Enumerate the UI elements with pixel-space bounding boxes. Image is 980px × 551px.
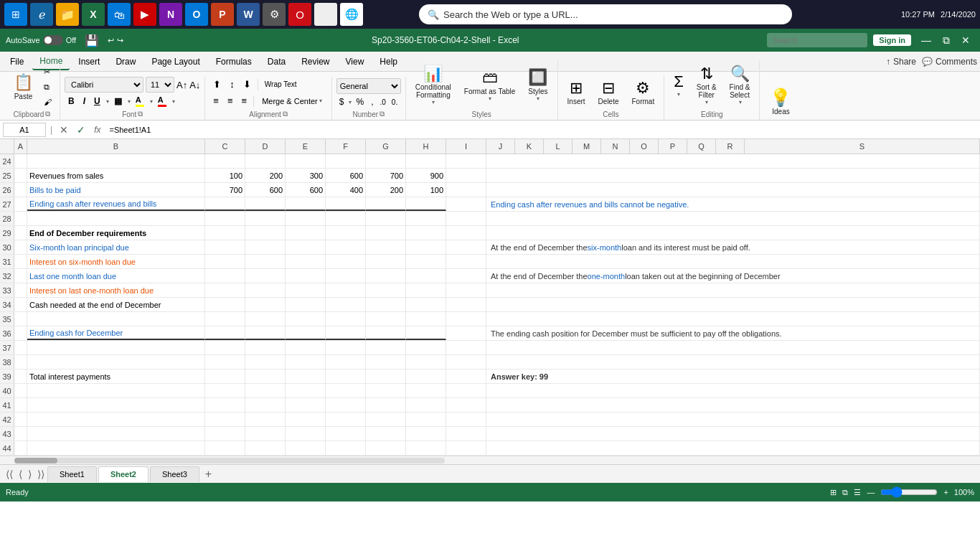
cell-a24[interactable] <box>14 154 27 168</box>
ribbon-search-input[interactable] <box>767 33 867 47</box>
cell-b33[interactable]: Interest on last one-month loan due <box>27 283 205 297</box>
cell-e35[interactable] <box>286 312 326 326</box>
cell-a26[interactable] <box>14 183 27 197</box>
fill-color-button[interactable]: A <box>132 94 148 108</box>
cell-e36[interactable] <box>286 326 326 340</box>
cell-h37[interactable] <box>406 341 446 354</box>
cell-e28[interactable] <box>286 212 326 225</box>
cell-b36[interactable]: Ending cash for December <box>27 326 205 340</box>
cell-e32[interactable] <box>286 269 326 283</box>
cell-f35[interactable] <box>326 312 366 326</box>
cell-a38[interactable] <box>14 355 27 369</box>
fat-dropdown[interactable]: ▾ <box>489 95 491 102</box>
col-header-e[interactable]: E <box>286 139 326 154</box>
cell-g25[interactable]: 700 <box>366 169 406 182</box>
currency-dropdown[interactable]: ▾ <box>349 99 352 105</box>
cell-c36[interactable] <box>205 326 245 340</box>
conditional-formatting-button[interactable]: 📊 ConditionalFormatting ▾ <box>410 61 456 109</box>
col-header-k[interactable]: K <box>515 139 544 154</box>
menu-data[interactable]: Data <box>260 54 293 70</box>
cell-g33[interactable] <box>366 283 406 297</box>
sheet-tab-sheet2[interactable]: Sheet2 <box>98 466 149 482</box>
explorer-icon[interactable]: 📁 <box>56 3 79 26</box>
cell-reference-box[interactable] <box>3 123 46 137</box>
underline-dropdown[interactable]: ▾ <box>106 98 109 105</box>
cell-h30[interactable] <box>406 240 446 254</box>
col-header-a[interactable]: A <box>14 139 27 154</box>
cell-f33[interactable] <box>326 283 366 297</box>
cell-h38[interactable] <box>406 355 446 369</box>
cell-h24[interactable] <box>406 154 446 168</box>
cell-rest-31[interactable] <box>486 255 980 268</box>
formula-cancel-button[interactable]: ✕ <box>57 124 71 136</box>
page-layout-view-button[interactable]: ⧉ <box>842 488 848 497</box>
comments-button[interactable]: 💬 Comments <box>922 57 977 67</box>
close-button[interactable]: ✕ <box>957 34 974 47</box>
insert-cells-button[interactable]: ⊞ Insert <box>562 75 590 109</box>
increase-decimal-button[interactable]: .0 <box>377 98 387 107</box>
cell-d31[interactable] <box>245 255 286 268</box>
cell-d38[interactable] <box>245 355 286 369</box>
cell-styles-button[interactable]: 🔲 Styles ▾ <box>523 65 552 105</box>
start-button[interactable]: ⊞ <box>4 3 27 26</box>
cell-rest-24[interactable] <box>486 154 980 168</box>
save-button[interactable]: 💾 <box>82 34 102 47</box>
cell-d33[interactable] <box>245 283 286 297</box>
cell-notes-30[interactable]: At the end of December the six-month loa… <box>486 240 980 254</box>
tab-nav-prev[interactable]: ⟨ <box>16 468 25 480</box>
cell-rest-38[interactable] <box>486 355 980 369</box>
menu-pagelayout[interactable]: Page Layout <box>144 54 207 70</box>
cell-b38[interactable] <box>27 355 205 369</box>
cell-f37[interactable] <box>326 341 366 354</box>
cell-h28[interactable] <box>406 212 446 225</box>
cell-f24[interactable] <box>326 154 366 168</box>
share-button[interactable]: ↑ Share <box>886 57 916 67</box>
cell-g26[interactable]: 200 <box>366 183 406 197</box>
cell-f26[interactable]: 400 <box>326 183 366 197</box>
find-select-button[interactable]: 🔍 Find &Select ▾ <box>725 61 755 109</box>
cell-b31[interactable]: Interest on six-month loan due <box>27 255 205 268</box>
cell-g29[interactable] <box>366 226 406 240</box>
font-color-button[interactable]: A <box>154 94 170 108</box>
sf-dropdown[interactable]: ▾ <box>705 99 708 105</box>
cell-e34[interactable] <box>286 298 326 311</box>
cell-notes-39[interactable]: Answer key: 99 <box>486 369 980 383</box>
cell-a29[interactable] <box>14 226 27 240</box>
cell-a35[interactable] <box>14 312 27 326</box>
cell-notes-27[interactable]: Ending cash after revenues and bills can… <box>486 197 980 211</box>
settings-icon[interactable]: ⚙ <box>263 3 286 26</box>
col-header-d[interactable]: D <box>245 139 286 154</box>
cell-e39[interactable] <box>286 369 326 383</box>
cell-h25[interactable]: 900 <box>406 169 446 182</box>
col-header-h[interactable]: H <box>406 139 446 154</box>
cell-h29[interactable] <box>406 226 446 240</box>
cell-c31[interactable] <box>205 255 245 268</box>
cell-d27[interactable] <box>245 197 286 211</box>
cell-c25[interactable]: 100 <box>205 169 245 182</box>
cell-g35[interactable] <box>366 312 406 326</box>
cell-i37[interactable] <box>446 341 486 354</box>
cell-b32[interactable]: Last one month loan due <box>27 269 205 283</box>
decrease-font-button[interactable]: A↓ <box>189 80 200 90</box>
zoom-out-button[interactable]: — <box>867 488 875 496</box>
cell-i24[interactable] <box>446 154 486 168</box>
font-name-select[interactable]: Calibri <box>65 77 143 93</box>
cell-a37[interactable] <box>14 341 27 354</box>
cell-c35[interactable] <box>205 312 245 326</box>
cell-g39[interactable] <box>366 369 406 383</box>
col-header-c[interactable]: C <box>205 139 245 154</box>
copy-button[interactable]: ⧉ <box>40 80 55 94</box>
cell-a33[interactable] <box>14 283 27 297</box>
cell-rest-28[interactable] <box>486 212 980 225</box>
cell-a25[interactable] <box>14 169 27 182</box>
cell-g38[interactable] <box>366 355 406 369</box>
opera-icon[interactable]: O <box>288 3 311 26</box>
cell-c38[interactable] <box>205 355 245 369</box>
menu-draw[interactable]: Draw <box>108 54 143 70</box>
cell-h32[interactable] <box>406 269 446 283</box>
chrome-icon[interactable]: 🌐 <box>340 3 363 26</box>
cell-b24[interactable] <box>27 154 205 168</box>
cell-c28[interactable] <box>205 212 245 225</box>
alignment-expand-icon[interactable]: ⧉ <box>283 110 288 118</box>
align-top-button[interactable]: ⬆ <box>209 77 225 92</box>
